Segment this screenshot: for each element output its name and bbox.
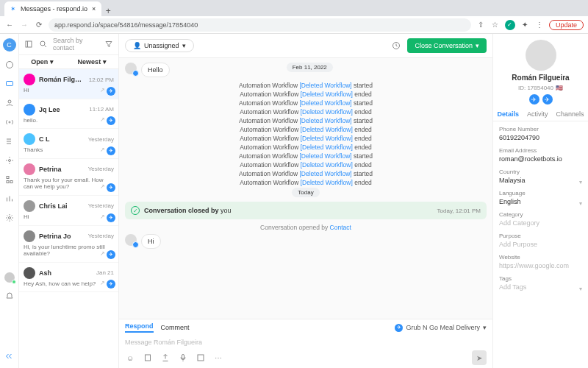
field-website[interactable]: Websitehttps://www.google.com <box>499 254 582 271</box>
tab-channels[interactable]: Channels <box>556 110 584 118</box>
tab-close-icon[interactable]: × <box>92 5 96 13</box>
url-text: app.respond.io/space/54816/message/17854… <box>54 21 198 29</box>
telegram-icon: ✈ <box>395 324 403 332</box>
conversation-item[interactable]: Chris LaiYesterdayHi↗✈ <box>19 196 118 226</box>
field-email[interactable]: Email Addressroman@rocketbots.io <box>499 147 582 164</box>
field-country[interactable]: CountryMalaysia▾ <box>499 169 582 185</box>
tab-activity[interactable]: Activity <box>527 110 548 118</box>
contacts-icon[interactable] <box>4 97 15 109</box>
field-language[interactable]: LanguageEnglish▾ <box>499 190 582 207</box>
field-phone[interactable]: Phone Number60192204790 <box>499 126 582 143</box>
filter-open[interactable]: Open ▾ <box>31 58 54 66</box>
forward-icon[interactable]: → <box>19 20 29 30</box>
search-input[interactable]: Search by contact <box>53 37 99 52</box>
svg-rect-7 <box>10 181 12 183</box>
more-icon[interactable]: ⋯ <box>213 353 223 363</box>
conversation-item[interactable]: Jq Lee11:12 AMhello.↗✈ <box>19 99 118 130</box>
workflows-icon[interactable] <box>4 135 15 147</box>
chat-scroll: Hello Feb 11, 2022 Automation Workflow [… <box>119 58 492 319</box>
org-icon[interactable] <box>4 174 15 185</box>
timestamp: Yesterday <box>88 202 114 209</box>
upload-icon[interactable] <box>160 353 171 363</box>
conversation-list: Search by contact Open ▾ Newest ▾ Román … <box>19 34 119 368</box>
contact-name: C L <box>39 135 85 143</box>
svg-point-2 <box>8 100 11 103</box>
integrations-icon[interactable] <box>4 155 15 166</box>
timestamp: Yesterday <box>88 166 114 172</box>
update-button[interactable]: Update <box>549 20 584 30</box>
close-conversation-button[interactable]: Close Conversation ▾ <box>407 38 487 53</box>
chevron-down-icon: ▾ <box>182 42 186 49</box>
field-category[interactable]: CategoryAdd Category <box>499 211 582 228</box>
nav-rail: C <box>0 34 19 368</box>
workflow-event: Automation Workflow [Deleted Workflow] s… <box>125 82 487 89</box>
snooze-icon[interactable] <box>391 40 401 51</box>
filter-sort[interactable]: Newest ▾ <box>78 58 107 66</box>
conversation-item[interactable]: C LYesterdayThanks↗✈ <box>19 129 118 159</box>
profile-name: Román Filgueira <box>512 74 569 82</box>
conversation-item[interactable]: PetrinaYesterdayThank you for your email… <box>19 159 118 196</box>
chrome-menu-icon[interactable]: ⋮ <box>534 20 545 30</box>
svg-point-10 <box>40 41 45 46</box>
telegram-icon: ✈ <box>107 87 115 96</box>
conversation-item[interactable]: Román Filgueira12:02 PMHi↗✈ <box>19 69 118 99</box>
conversation-item[interactable]: AshJan 21Hey Ash, how can we help?↗✈ <box>19 263 118 293</box>
check-icon: ↗ <box>100 146 105 155</box>
timestamp: 12:02 PM <box>89 77 114 83</box>
workspace-avatar[interactable]: C <box>3 38 16 52</box>
assignee-pill[interactable]: 👤 Unassigned ▾ <box>125 39 194 52</box>
search-icon[interactable] <box>38 39 49 49</box>
contact-avatar <box>125 234 137 246</box>
telegram-icon: ✈ <box>107 146 115 155</box>
tab-comment[interactable]: Comment <box>161 324 190 331</box>
voice-icon[interactable] <box>178 353 188 363</box>
field-purpose[interactable]: PurposeAdd Purpose <box>499 233 582 250</box>
share-icon[interactable]: ⇧ <box>476 20 486 30</box>
broadcast-icon[interactable] <box>4 116 15 128</box>
message-input[interactable]: Message Román Filgueira <box>125 336 487 349</box>
send-button[interactable]: ➤ <box>472 350 487 365</box>
telegram-icon[interactable]: ✈ <box>529 94 539 105</box>
conversation-item[interactable]: Petrina JoYesterdayHi, is your lunchtime… <box>19 226 118 263</box>
timestamp: Jan 21 <box>96 269 114 276</box>
chevron-down-icon: ▾ <box>483 324 487 331</box>
channel-icon[interactable]: ✈ <box>542 94 553 105</box>
svg-point-8 <box>8 217 10 219</box>
address-bar[interactable]: app.respond.io/space/54816/message/17854… <box>49 18 471 32</box>
back-icon[interactable]: ← <box>4 20 15 30</box>
respond-logo-icon <box>4 350 15 362</box>
field-tags[interactable]: TagsAdd Tags▾ <box>499 275 582 292</box>
timestamp: 11:12 AM <box>89 106 114 113</box>
contact-name: Chris Lai <box>39 202 85 210</box>
star-icon[interactable]: ☆ <box>490 20 501 30</box>
notifications-icon[interactable] <box>4 291 15 302</box>
ext-icon-1[interactable]: ✓ <box>505 20 515 30</box>
messages-icon[interactable] <box>4 78 15 90</box>
snippet-icon[interactable] <box>196 353 206 363</box>
workflow-event: Automation Workflow [Deleted Workflow] s… <box>125 170 487 177</box>
svg-point-3 <box>9 121 10 123</box>
extensions-icon[interactable]: ✦ <box>520 20 530 30</box>
chevron-down-icon: ▾ <box>476 42 479 49</box>
reports-icon[interactable] <box>4 193 15 205</box>
timestamp: Yesterday <box>88 136 114 143</box>
check-icon: ↗ <box>100 250 105 259</box>
telegram-icon: ✈ <box>107 250 115 259</box>
channel-selector[interactable]: ✈ Grub N Go Meal Delivery ▾ <box>395 324 487 332</box>
svg-rect-5 <box>7 177 9 179</box>
tab-details[interactable]: Details <box>497 110 519 118</box>
attach-icon[interactable] <box>143 353 153 363</box>
reload-icon[interactable]: ⟳ <box>34 20 44 30</box>
new-tab-button[interactable]: + <box>101 6 115 16</box>
emoji-icon[interactable]: ☺ <box>125 353 135 363</box>
collapse-icon[interactable] <box>24 39 34 49</box>
browser-tab[interactable]: ✶ Messages - respond.io × <box>4 1 101 16</box>
chevron-down-icon: ▾ <box>579 179 582 185</box>
user-avatar-icon[interactable] <box>4 272 15 283</box>
settings-icon[interactable] <box>4 212 15 224</box>
telegram-icon: ✈ <box>107 116 115 125</box>
tab-respond[interactable]: Respond <box>125 322 154 333</box>
filter-icon[interactable] <box>104 39 114 49</box>
dashboard-icon[interactable] <box>4 59 15 71</box>
timestamp: Yesterday <box>88 233 114 239</box>
